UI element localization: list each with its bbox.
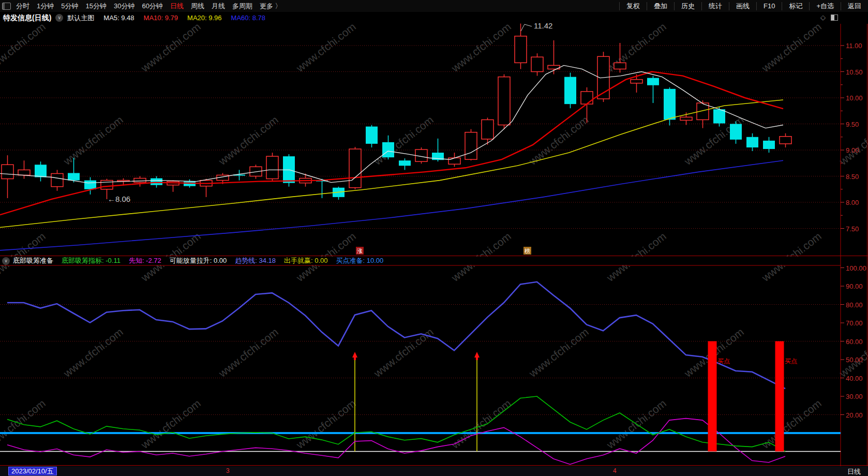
candle-up <box>631 80 642 83</box>
up-arrow-icon <box>352 352 357 360</box>
indicator-param-5: 出手就赢: 0.00 <box>284 257 328 264</box>
price-axis-label: 9.50 <box>846 121 859 128</box>
candle-up <box>2 165 13 178</box>
watermark: www.cfchi.com <box>294 397 358 451</box>
current-date-label: 2023/02/10/五 <box>8 467 57 475</box>
candle-up <box>482 120 493 139</box>
watermark: www.cfchi.com <box>139 21 203 75</box>
indicator-axis-label: 40.00 <box>846 375 863 382</box>
candle-up <box>680 117 692 120</box>
watermark: www.cfchi.com <box>139 397 203 451</box>
indicator-axis-label: 90.00 <box>846 282 863 290</box>
watermark: www.cfchi.com <box>294 21 358 75</box>
price-axis-label: 9.00 <box>846 146 859 154</box>
watermark: www.cfchi.com <box>759 21 824 75</box>
candle-down <box>664 89 676 120</box>
candle-down <box>730 124 742 140</box>
indicator-axis-label: 50.00 <box>846 356 863 364</box>
candle-up <box>498 77 510 125</box>
watermark: www.cfchi.com <box>216 326 280 380</box>
low-price-annotation: ←8.06 <box>108 195 130 203</box>
watermark: www.cfchi.com <box>527 326 591 380</box>
price-axis-label: 8.50 <box>846 173 859 181</box>
candle-up <box>515 36 527 63</box>
indicator-param-6: 买点准备: 10.00 <box>336 257 384 264</box>
chart-canvas[interactable]: www.cfchi.comwww.cfchi.comwww.cfchi.comw… <box>0 0 868 476</box>
indicator-name[interactable]: 底部吸筹准备 <box>13 256 53 265</box>
candle-down <box>713 109 725 123</box>
candle-up <box>780 137 791 144</box>
candle-down <box>647 78 659 85</box>
candle-up <box>134 178 146 183</box>
watermark: www.cfchi.com <box>449 21 513 75</box>
period-status-label: 日线 <box>841 467 867 476</box>
watermark: www.cfchi.com <box>604 21 668 75</box>
watermark: www.cfchi.com <box>449 397 513 451</box>
watermark: www.cfchi.com <box>371 326 436 380</box>
watermark: www.cfchi.com <box>527 114 591 168</box>
candle-up <box>581 92 593 104</box>
candle-up <box>614 63 626 69</box>
candle-up <box>465 132 477 160</box>
price-axis-label: 10.00 <box>846 94 863 102</box>
up-arrow-icon <box>474 352 480 360</box>
price-axis-label: 7.50 <box>846 225 859 233</box>
candle-up <box>349 149 361 188</box>
watermark: www.cfchi.com <box>759 397 824 451</box>
candle-up <box>448 158 460 164</box>
candle-up <box>531 57 543 71</box>
candlestick-series <box>2 24 791 200</box>
indicator-axis-label: 30.00 <box>846 393 863 400</box>
candle-down <box>366 127 378 144</box>
indicator-axis-label: 60.00 <box>846 338 863 346</box>
indicator-axis-label: 70.00 <box>846 319 863 327</box>
watermark: www.cfchi.com <box>61 326 125 380</box>
candle-down <box>763 141 775 149</box>
accumulation-line <box>7 396 785 452</box>
trading-app-window: 分时1分钟5分钟15分钟30分钟60分钟日线周线月线多周期更多 〉 复权叠加历史… <box>0 0 868 476</box>
candle-down <box>382 142 394 157</box>
high-price-annotation: 11.42 <box>534 21 552 30</box>
candle-up <box>18 170 30 175</box>
price-axis-label: 10.50 <box>846 68 863 76</box>
indicator-params: 底部吸筹指标: -0.11先知: -2.72可能放量拉升: 0.00趋势线: 3… <box>62 256 392 265</box>
month-mark: 3 <box>226 467 230 474</box>
candle-down <box>68 173 80 180</box>
indicator-header: ∨ 底部吸筹准备 底部吸筹指标: -0.11先知: -2.72可能放量拉升: 0… <box>0 257 838 265</box>
indicator-axis-label: 80.00 <box>846 301 863 309</box>
buy-signal-bar <box>775 341 784 452</box>
watermark: www.cfchi.com <box>837 326 868 380</box>
candle-down <box>84 181 96 189</box>
indicator-param-3: 可能放量拉升: 0.00 <box>170 257 227 264</box>
candle-down <box>746 137 758 147</box>
price-axis-label: 8.00 <box>846 199 859 206</box>
indicator-axis-label: 100.00 <box>846 264 866 272</box>
indicator-param-2: 先知: -2.72 <box>129 257 161 264</box>
buy-signal-label: 买点 <box>785 358 797 365</box>
watermark: www.cfchi.com <box>0 21 48 75</box>
event-badge-label: 涨 <box>357 248 363 254</box>
candle-up <box>266 156 278 178</box>
buy-signal-bar <box>708 341 717 452</box>
candle-down <box>399 160 411 166</box>
buy-signal-label: 买点 <box>717 358 730 365</box>
indicator-axis-label: 20.00 <box>846 411 863 419</box>
chevron-down-icon[interactable]: ∨ <box>2 257 10 265</box>
candle-up <box>51 173 63 186</box>
status-bar: 2023/02/10/五 34 日线 <box>0 466 868 476</box>
price-axis-label: 11.00 <box>846 42 862 50</box>
indicator-param-1: 底部吸筹指标: -0.11 <box>62 257 121 264</box>
prophet-line <box>7 419 785 465</box>
event-badge-label: 榜 <box>525 248 530 254</box>
month-mark: 4 <box>613 467 617 474</box>
candle-down <box>151 178 162 185</box>
watermark: www.cfchi.com <box>0 397 48 451</box>
watermark: www.cfchi.com <box>61 114 125 168</box>
candle-down <box>35 165 47 177</box>
indicator-param-4: 趋势线: 34.18 <box>235 257 276 264</box>
candle-down <box>564 77 576 105</box>
